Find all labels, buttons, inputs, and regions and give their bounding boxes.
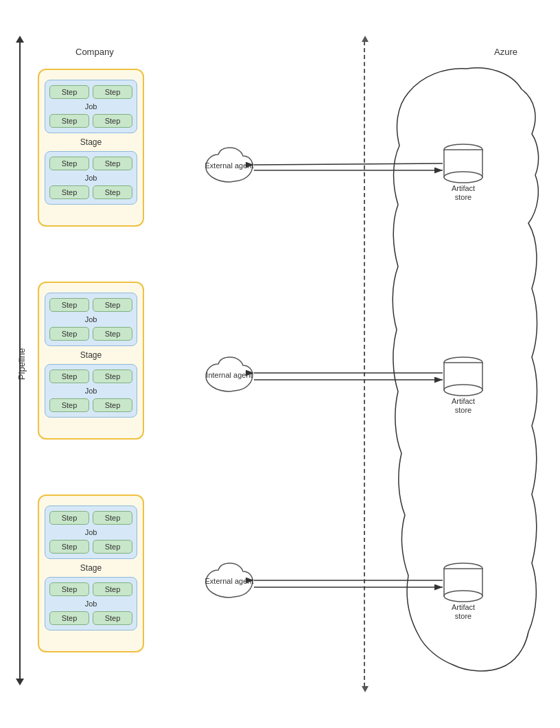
job-box-3-1: Step Step Job Step Step: [45, 505, 137, 559]
cloud-3: External agent: [205, 563, 254, 598]
stage-label-3: Stage: [45, 563, 137, 573]
step-1-2-3: Step: [49, 185, 89, 199]
job-label-2-1: Job: [49, 314, 132, 325]
step-2-2-2: Step: [93, 369, 132, 383]
job-label-1-2: Job: [49, 172, 132, 183]
company-label: Company: [75, 47, 114, 57]
cloud-2: Internal agent: [206, 357, 253, 391]
step-3-1-2: Step: [93, 511, 132, 525]
step-3-2-2: Step: [93, 582, 132, 596]
svg-text:Internal agent: Internal agent: [206, 371, 252, 379]
step-1-2-4: Step: [93, 185, 132, 199]
step-2-1-1: Step: [49, 298, 89, 312]
step-3-2-4: Step: [93, 611, 132, 625]
step-2-2-4: Step: [93, 398, 132, 412]
stage-label-1: Stage: [45, 137, 137, 147]
job-box-3-2: Step Step Job Step Step: [45, 577, 137, 630]
stage-2: Step Step Job Step Step Stage Step Step …: [38, 282, 144, 440]
step-2-1-3: Step: [49, 327, 89, 341]
azure-label: Azure: [494, 47, 517, 57]
pipeline-label: Pipeline: [16, 348, 27, 380]
job-box-1-2: Step Step Job Step Step: [45, 151, 137, 205]
step-2-1-4: Step: [93, 327, 132, 341]
stage-label-2: Stage: [45, 350, 137, 360]
job-box-1-1: Step Step Job Step Step: [45, 80, 137, 133]
svg-text:External agent: External agent: [205, 161, 254, 170]
diagram-container: Pipeline Company Azure Step Step Job Ste…: [0, 0, 560, 728]
step-1-2-2: Step: [93, 157, 132, 170]
step-3-1-3: Step: [49, 540, 89, 554]
step-2-2-1: Step: [49, 369, 89, 383]
job-label-2-2: Job: [49, 385, 132, 396]
stage-3: Step Step Job Step Step Stage Step Step …: [38, 494, 144, 652]
step-1-1-3: Step: [49, 114, 89, 128]
step-2-1-2: Step: [93, 298, 132, 312]
job-label-1-1: Job: [49, 101, 132, 112]
step-1-1-2: Step: [93, 85, 132, 99]
job-box-2-2: Step Step Job Step Step: [45, 364, 137, 418]
step-3-2-1: Step: [49, 582, 89, 596]
step-1-1-1: Step: [49, 85, 89, 99]
svg-text:External agent: External agent: [205, 577, 254, 585]
job-box-2-1: Step Step Job Step Step: [45, 293, 137, 346]
step-3-2-3: Step: [49, 611, 89, 625]
job-label-3-1: Job: [49, 527, 132, 538]
step-3-1-4: Step: [93, 540, 132, 554]
azure-cloud-outline: [391, 62, 542, 673]
job-label-3-2: Job: [49, 598, 132, 609]
step-1-1-4: Step: [93, 114, 132, 128]
step-1-2-1: Step: [49, 157, 89, 170]
step-3-1-1: Step: [49, 511, 89, 525]
boundary-line: [364, 41, 365, 687]
stage-1: Step Step Job Step Step Stage Step Step …: [38, 69, 144, 227]
step-2-2-3: Step: [49, 398, 89, 412]
cloud-1: External agent: [205, 148, 254, 182]
